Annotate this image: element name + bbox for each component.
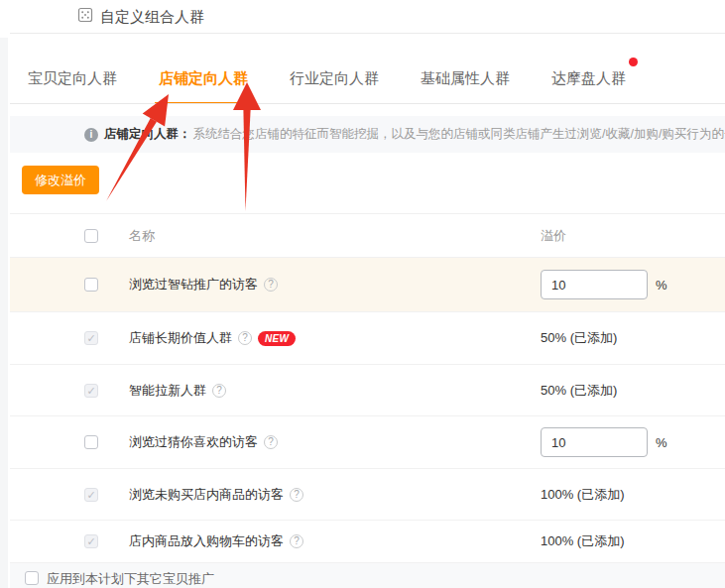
help-icon[interactable]: ? [212,384,226,398]
premium-value: 100% (已添加) [541,486,625,504]
tab-industry-audience[interactable]: 行业定向人群 [290,55,379,104]
audience-name: 浏览过猜你喜欢的访客 [129,433,258,451]
row-checkbox[interactable] [84,435,98,449]
premium-value: 50% (已添加) [541,329,617,347]
custom-audience-icon [77,7,93,27]
audience-name: 店内商品放入购物车的访客 [129,532,284,550]
title-divider [10,33,725,34]
modify-premium-button[interactable]: 修改溢价 [22,166,99,194]
table-row: ✓ 店内商品放入购物车的访客 ? 100% (已添加) [10,521,725,563]
tabs-bottom-border [10,103,725,104]
help-icon[interactable]: ? [290,488,303,502]
banner-label: 店铺定向人群： [104,126,191,143]
new-badge: NEW [258,331,296,346]
row-checkbox[interactable] [84,278,98,292]
page-left-gutter [0,38,8,588]
premium-value: 100% (已添加) [541,532,625,550]
tab-item-audience[interactable]: 宝贝定向人群 [28,55,117,104]
audience-tabs: 宝贝定向人群 店铺定向人群 行业定向人群 基础属性人群 达摩盘人群 [28,55,626,104]
row-checkbox-disabled: ✓ [84,331,98,345]
table-row: ✓ 店铺长期价值人群 ? NEW 50% (已添加) [10,312,725,365]
banner-description: 系统结合您店铺的特征而智能挖掘，以及与您的店铺或同类店铺产生过浏览/收藏/加购/… [193,126,725,143]
premium-input[interactable] [541,270,648,299]
help-icon[interactable]: ? [238,331,252,345]
table-row: ✓ 智能拉新人群 ? 50% (已添加) [10,365,725,416]
tab-attribute-audience[interactable]: 基础属性人群 [421,55,510,104]
table-header-row: 名称 溢价 [10,213,725,258]
help-icon[interactable]: ? [290,534,303,548]
info-banner: i 店铺定向人群： 系统结合您店铺的特征而智能挖掘，以及与您的店铺或同类店铺产生… [10,116,725,153]
header-premium: 溢价 [541,227,566,245]
tab-damopan-label: 达摩盘人群 [551,69,626,86]
premium-input[interactable] [541,427,648,457]
percent-unit: % [656,435,667,450]
audience-name: 智能拉新人群 [129,382,206,400]
store-audience-page: 自定义组合人群 宝贝定向人群 店铺定向人群 行业定向人群 基础属性人群 达摩盘人… [0,0,725,588]
header-name: 名称 [129,227,155,245]
table-row: 浏览过智钻推广的访客 ? % [10,258,725,312]
apply-to-plan-checkbox[interactable] [25,571,39,585]
table-row: ✓ 浏览未购买店内商品的访客 ? 100% (已添加) [10,469,725,521]
apply-to-plan-label: 应用到本计划下其它宝贝推广 [47,571,214,587]
row-checkbox-disabled: ✓ [84,488,98,502]
apply-to-plan-option: 应用到本计划下其它宝贝推广 [10,563,725,588]
page-title: 自定义组合人群 [100,8,204,27]
percent-unit: % [656,278,667,293]
premium-value: 50% (已添加) [541,382,617,400]
tab-damopan-audience[interactable]: 达摩盘人群 [551,55,626,104]
audience-name: 浏览过智钻推广的访客 [129,276,258,294]
info-icon: i [84,128,98,142]
row-checkbox-disabled: ✓ [84,384,98,398]
table-row: 浏览过猜你喜欢的访客 ? % [10,416,725,469]
audience-name: 浏览未购买店内商品的访客 [129,486,284,504]
notification-dot [629,58,638,66]
row-checkbox-disabled: ✓ [84,534,98,548]
tab-store-audience[interactable]: 店铺定向人群 [159,55,248,104]
help-icon[interactable]: ? [264,435,278,449]
audience-table: 名称 溢价 浏览过智钻推广的访客 ? % ✓ 店铺长期价值人群 ? NEW [10,213,725,563]
help-icon[interactable]: ? [264,278,278,292]
select-all-checkbox[interactable] [84,229,98,243]
audience-name: 店铺长期价值人群 [129,329,232,347]
titlebar: 自定义组合人群 [77,4,204,30]
